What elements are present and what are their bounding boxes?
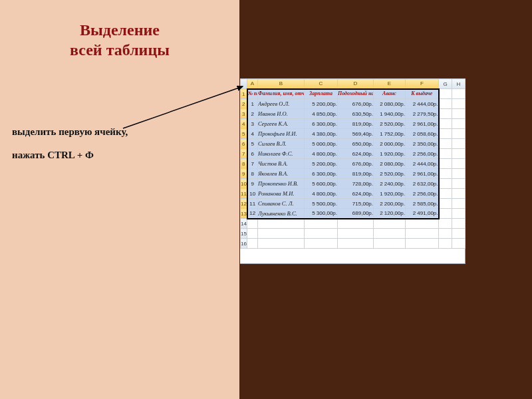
cell-G3[interactable] (439, 109, 452, 119)
cell-A10[interactable]: 9 (247, 179, 258, 189)
cell-A14[interactable] (247, 219, 258, 229)
cell-E7[interactable]: 1 920,00р. (374, 149, 406, 159)
cell-B9[interactable]: Яковлев В.А. (258, 169, 305, 179)
cell-A6[interactable]: 5 (247, 139, 258, 149)
cell-C16[interactable] (305, 239, 338, 249)
row-head-7[interactable]: 7 (241, 149, 247, 159)
col-head-E[interactable]: E (374, 79, 406, 89)
cell-B6[interactable]: Силаев В.Л. (258, 139, 305, 149)
row-head-12[interactable]: 12 (241, 199, 247, 209)
cell-H8[interactable] (452, 159, 466, 169)
cell-B2[interactable]: Андреев О.Л. (258, 99, 305, 109)
cell-H14[interactable] (452, 219, 466, 229)
col-head-C[interactable]: C (305, 79, 338, 89)
select-all-corner[interactable] (241, 79, 247, 89)
col-head-H[interactable]: H (452, 79, 466, 89)
cell-G13[interactable] (439, 209, 452, 219)
cell-F9[interactable]: 2 961,00р. (406, 169, 439, 179)
cell-C1[interactable]: Зарплата (305, 89, 338, 99)
cell-C14[interactable] (305, 219, 338, 229)
row-head-11[interactable]: 11 (241, 189, 247, 199)
cell-E15[interactable] (374, 229, 406, 239)
cell-D11[interactable]: 624,00р. (338, 189, 374, 199)
cell-H4[interactable] (452, 119, 466, 129)
cell-A7[interactable]: 6 (247, 149, 258, 159)
cell-D10[interactable]: 728,00р. (338, 179, 374, 189)
cell-F13[interactable]: 2 491,00р. (406, 209, 439, 219)
cell-F7[interactable]: 2 256,00р. (406, 149, 439, 159)
cell-B11[interactable]: Романова М.И. (258, 189, 305, 199)
row-head-6[interactable]: 6 (241, 139, 247, 149)
cell-E6[interactable]: 2 000,00р. (374, 139, 406, 149)
cell-F1[interactable]: К выдаче (406, 89, 439, 99)
cell-D2[interactable]: 676,00р. (338, 99, 374, 109)
cell-G9[interactable] (439, 169, 452, 179)
cell-E16[interactable] (374, 239, 406, 249)
cell-E5[interactable]: 1 752,00р. (374, 129, 406, 139)
cell-D8[interactable]: 676,00р. (338, 159, 374, 169)
cell-F15[interactable] (406, 229, 439, 239)
cell-B12[interactable]: Спиваков С. Л. (258, 199, 305, 209)
cell-A9[interactable]: 8 (247, 169, 258, 179)
cell-C13[interactable]: 5 300,00р. (305, 209, 338, 219)
row-head-3[interactable]: 3 (241, 109, 247, 119)
cell-A11[interactable]: 10 (247, 189, 258, 199)
cell-G14[interactable] (439, 219, 452, 229)
cell-E9[interactable]: 2 520,00р. (374, 169, 406, 179)
col-head-D[interactable]: D (338, 79, 374, 89)
cell-C15[interactable] (305, 229, 338, 239)
cell-E12[interactable]: 2 200,00р. (374, 199, 406, 209)
cell-D15[interactable] (338, 229, 374, 239)
cell-G5[interactable] (439, 129, 452, 139)
cell-H1[interactable] (452, 89, 466, 99)
cell-G16[interactable] (439, 239, 452, 249)
cell-F3[interactable]: 2 279,50р. (406, 109, 439, 119)
row-head-15[interactable]: 15 (241, 229, 247, 239)
col-head-A[interactable]: A (247, 79, 258, 89)
cell-B13[interactable]: Лукьяненко В.С. (258, 209, 305, 219)
cell-B4[interactable]: Сергеев К.А. (258, 119, 305, 129)
cell-F16[interactable] (406, 239, 439, 249)
cell-B10[interactable]: Прокопенко И.В. (258, 179, 305, 189)
row-head-9[interactable]: 9 (241, 169, 247, 179)
cell-D9[interactable]: 819,00р. (338, 169, 374, 179)
row-head-10[interactable]: 10 (241, 179, 247, 189)
cell-G4[interactable] (439, 119, 452, 129)
cell-G15[interactable] (439, 229, 452, 239)
cell-B7[interactable]: Николаев Ф.С. (258, 149, 305, 159)
cell-F10[interactable]: 2 632,00р. (406, 179, 439, 189)
cell-C11[interactable]: 4 800,00р. (305, 189, 338, 199)
cell-E13[interactable]: 2 120,00р. (374, 209, 406, 219)
cell-F11[interactable]: 2 256,00р. (406, 189, 439, 199)
cell-C3[interactable]: 4 850,00р. (305, 109, 338, 119)
cell-B16[interactable] (258, 239, 305, 249)
cell-E3[interactable]: 1 940,00р. (374, 109, 406, 119)
cell-B1[interactable]: Фамилия, имя, отчество (258, 89, 305, 99)
cell-H12[interactable] (452, 199, 466, 209)
cell-G7[interactable] (439, 149, 452, 159)
cell-C9[interactable]: 6 300,00р. (305, 169, 338, 179)
cell-F4[interactable]: 2 961,00р. (406, 119, 439, 129)
cell-F5[interactable]: 2 058,60р. (406, 129, 439, 139)
cell-D13[interactable]: 689,00р. (338, 209, 374, 219)
cell-D6[interactable]: 650,00р. (338, 139, 374, 149)
cell-G11[interactable] (439, 189, 452, 199)
cell-B15[interactable] (258, 229, 305, 239)
cell-C10[interactable]: 5 600,00р. (305, 179, 338, 189)
cell-B3[interactable]: Иванов И.О. (258, 109, 305, 119)
cell-H16[interactable] (452, 239, 466, 249)
cell-A3[interactable]: 2 (247, 109, 258, 119)
cell-D7[interactable]: 624,00р. (338, 149, 374, 159)
cell-A5[interactable]: 4 (247, 129, 258, 139)
row-head-13[interactable]: 13 (241, 209, 247, 219)
cell-D14[interactable] (338, 219, 374, 229)
cell-A2[interactable]: 1 (247, 99, 258, 109)
cell-D12[interactable]: 715,00р. (338, 199, 374, 209)
cell-B8[interactable]: Чистов В.А. (258, 159, 305, 169)
row-head-5[interactable]: 5 (241, 129, 247, 139)
cell-A15[interactable] (247, 229, 258, 239)
cell-D3[interactable]: 630,50р. (338, 109, 374, 119)
cell-E14[interactable] (374, 219, 406, 229)
cell-G12[interactable] (439, 199, 452, 209)
cell-E1[interactable]: Аванс (374, 89, 406, 99)
